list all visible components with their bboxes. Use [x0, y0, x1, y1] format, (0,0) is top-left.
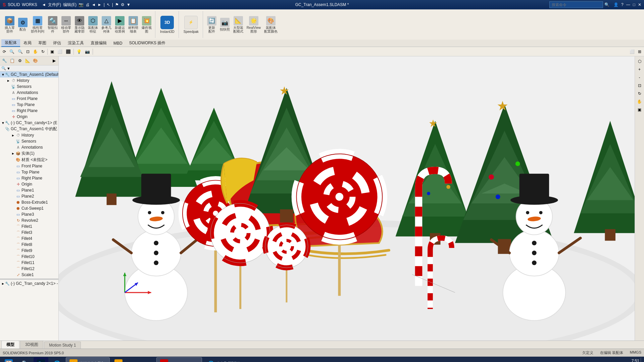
snapshot-button[interactable]: 📷 拍快照	[218, 17, 231, 32]
tree-candy-fillet10[interactable]: ► ⌒ Fillet10	[0, 254, 58, 260]
panel-expand-btn[interactable]: ▶	[50, 57, 58, 64]
menu-sketch[interactable]: 草图	[35, 40, 50, 47]
view-light-btn[interactable]: 💡	[75, 49, 83, 55]
speedpak-button[interactable]: ⚡ Speedpak	[182, 14, 201, 35]
tab-model[interactable]: 模型	[1, 341, 19, 349]
taskbar-360[interactable]: 🌐 公众号-360极速...	[203, 357, 246, 362]
view-zoom-out-btn[interactable]: 🔍	[16, 49, 24, 55]
show-hide-button[interactable]: 👁 显示隐藏零部	[73, 15, 86, 34]
tree-gc-candy-1[interactable]: ▼ 🔧 (-) GC_Tran_candy<1> (E	[0, 120, 58, 126]
new-motion-study-button[interactable]: ▶ 新建运动算例	[113, 15, 126, 34]
tree-candy-plane1[interactable]: ► ▭ Plane1	[0, 187, 58, 193]
tree-annotations[interactable]: ► A Annotations	[0, 90, 58, 96]
menu-mbd[interactable]: MBD	[110, 40, 126, 46]
cursor-tool[interactable]: ↖	[107, 2, 110, 7]
tree-candy-annotations[interactable]: ► A Annotations	[0, 144, 58, 150]
config-color-button[interactable]: 🎨 装配体配置颜色	[263, 15, 279, 34]
minimize-button[interactable]: —	[626, 2, 630, 7]
start-button[interactable]: 🪟	[1, 357, 16, 362]
tree-right-plane[interactable]: ► ▭ Right Plane	[0, 108, 58, 114]
insert-part-button[interactable]: 📦 插入零部件	[3, 15, 16, 34]
taskbar-solidworks[interactable]: SW SOLIDWORKS P...	[156, 357, 202, 362]
tree-candy-body[interactable]: ► 📦 实体(1)	[0, 150, 58, 157]
tree-candy-cut-sweep[interactable]: ► ⬢ Cut-Sweep1	[0, 205, 58, 211]
view-camera-btn[interactable]: 📷	[84, 49, 91, 55]
menu-solidworks-plugins[interactable]: SOLIDWORKS 插件	[126, 40, 169, 47]
feature-manager-btn[interactable]: 🔧	[1, 57, 8, 64]
tree-front-plane[interactable]: ► ▭ Front Plane	[0, 96, 58, 102]
menu-layout[interactable]: 布局	[20, 40, 35, 47]
smart-fastener-button[interactable]: 🔩 智能扣件	[46, 15, 59, 34]
taskbar-ps[interactable]: Ps	[34, 357, 48, 362]
view-wire-btn[interactable]: ⬜	[56, 49, 64, 55]
appearance-btn[interactable]: 🎨	[32, 57, 39, 64]
tree-candy-sensors[interactable]: ► 📡 Sensors	[0, 138, 58, 144]
tree-candy-fillet11[interactable]: ► ⌒ Fillet11	[0, 260, 58, 266]
assembly-feature-button[interactable]: ⬡ 装配体特征	[87, 15, 99, 34]
update-button[interactable]: 🔄 更新配件	[206, 15, 218, 34]
view-zoom-in-btn[interactable]: 🔍	[8, 49, 16, 55]
tree-candy-plane3[interactable]: ► ▭ Plane3	[0, 211, 58, 217]
tree-candy-history[interactable]: ► ⏱ History	[0, 132, 58, 138]
linear-pattern-button[interactable]: ▦ 线性零部件列列	[30, 15, 46, 34]
scene-canvas[interactable]: ✿ ❋ ✿ ✿ ❋	[59, 56, 635, 341]
taskbar-folder-h[interactable]: 📁 H:\微信公众号\1...	[66, 357, 110, 362]
view-rotate-btn[interactable]: ↻	[40, 49, 46, 55]
zoom-in-btn[interactable]: +	[636, 66, 643, 73]
tree-gc-candy-2[interactable]: ► 🔧 (-) GC_Tran_candy 2<1> -	[0, 280, 58, 287]
tree-candy-right-plane[interactable]: ► ▭ Right Plane	[0, 175, 58, 181]
command-search[interactable]	[549, 1, 603, 8]
large-asm-button[interactable]: 📐 大型装配模式	[232, 15, 245, 34]
tree-candy-fillet9[interactable]: ► ⌒ Fillet9	[0, 248, 58, 254]
menu-direct-edit[interactable]: 直接编辑	[87, 40, 110, 47]
view-fit-btn[interactable]: ⊡	[25, 49, 31, 55]
user-icon[interactable]: 👤	[613, 2, 618, 7]
view-max-btn[interactable]: ⬜	[628, 49, 636, 55]
menu-assembly[interactable]: 装配体	[1, 39, 20, 47]
dim-expert-btn[interactable]: 📐	[24, 57, 31, 64]
tab-motion-study[interactable]: Motion Study 1	[44, 342, 81, 349]
mate-button[interactable]: ⚙ 配合	[17, 17, 29, 32]
tree-scroll-bar[interactable]	[0, 278, 58, 280]
tree-candy-origin[interactable]: ► ✛ Origin	[0, 181, 58, 187]
tree-candy-plane2[interactable]: ► ▭ Plane2	[0, 193, 58, 199]
view-section-btn[interactable]: ▣	[49, 49, 55, 55]
tree-candy-material[interactable]: ► 🎨 材质 <未指定>	[0, 157, 58, 163]
nav-menu[interactable]: 文件(F)	[48, 2, 61, 8]
taskbar-folder-c[interactable]: 📁 C:\Users\Admini...	[111, 357, 155, 362]
config-manager-btn[interactable]: ⚙	[16, 57, 23, 64]
view-cube-btn[interactable]: ⬡	[636, 58, 643, 65]
exploded-view-button[interactable]: 💥 爆炸视图	[140, 15, 153, 34]
tree-candy-config[interactable]: ► 📎 GC_Tran_Assem1 中的配	[0, 126, 58, 132]
view-tile-btn[interactable]: ⊞	[637, 49, 643, 55]
tree-candy-boss-extrude[interactable]: ► ⬢ Boss-Extrude1	[0, 199, 58, 205]
reference-geometry-button[interactable]: △ 参考几何体	[100, 15, 113, 34]
tree-candy-revolve2[interactable]: ► ↻ Revolve2	[0, 217, 58, 223]
move-part-button[interactable]: ↔ 移动零部件	[60, 15, 72, 34]
property-manager-btn[interactable]: 📋	[8, 57, 16, 64]
nav-more[interactable]: 📷	[79, 2, 84, 7]
tree-root[interactable]: ▼ 🔧 GC_Tran_Assem1 (Default<	[0, 71, 58, 77]
tree-candy-fillet12[interactable]: ► ⌒ Fillet12	[0, 266, 58, 272]
zoom-out-btn[interactable]: -	[636, 74, 643, 81]
view-pan-btn[interactable]: ✋	[32, 49, 39, 55]
search-icon[interactable]: 🔍	[604, 2, 609, 7]
restore-button[interactable]: □	[633, 2, 635, 7]
view-shaded-btn[interactable]: ⬛	[64, 49, 72, 55]
tree-candy-fillet4[interactable]: ► ⌒ Fillet4	[0, 236, 58, 242]
section-view-btn[interactable]: ▣	[636, 106, 643, 113]
rotate-btn[interactable]: ↻	[636, 90, 643, 97]
taskbar-search[interactable]: 🔍	[17, 357, 32, 362]
help-button[interactable]: ?	[621, 2, 624, 7]
view-orientation-btn[interactable]: ⟳	[1, 49, 7, 55]
tab-3d-view[interactable]: 3D视图	[20, 341, 43, 349]
pan-btn[interactable]: ✋	[636, 98, 643, 105]
tree-candy-front-plane[interactable]: ► ▭ Front Plane	[0, 163, 58, 169]
bom-button[interactable]: 📋 材料明细表	[127, 15, 140, 34]
tree-top-plane[interactable]: ► ▭ Top Plane	[0, 102, 58, 108]
taskbar-browser[interactable]: 🌐	[50, 357, 64, 362]
menu-evaluate[interactable]: 评估	[50, 40, 64, 47]
menu-render-tools[interactable]: 渲染工具	[64, 40, 87, 47]
tree-candy-fillet8[interactable]: ► ⌒ Fillet8	[0, 242, 58, 248]
fit-all-btn[interactable]: ⊡	[636, 82, 643, 89]
